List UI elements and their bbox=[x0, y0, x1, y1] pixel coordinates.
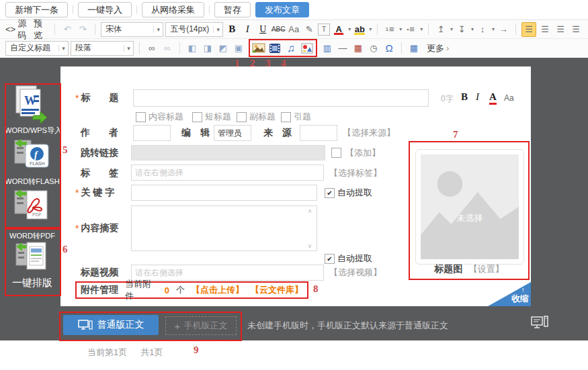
highlight-color-icon[interactable]: ab bbox=[353, 23, 366, 36]
new-next-button[interactable]: 新增下一条 bbox=[5, 2, 68, 17]
cloud-library-link[interactable]: 【云文件库】 bbox=[251, 284, 303, 296]
caret-down-icon[interactable]: ▾ bbox=[369, 26, 372, 32]
align-justify-icon[interactable]: ☰ bbox=[569, 23, 583, 36]
title-italic-icon[interactable]: I bbox=[476, 91, 479, 103]
paste-as-text-icon[interactable]: T bbox=[318, 24, 330, 36]
collapse-label[interactable]: 收缩 bbox=[511, 293, 529, 305]
indent-icon[interactable]: → bbox=[497, 23, 510, 36]
one-click-import-button[interactable]: 一键导入 bbox=[78, 2, 132, 17]
preview-button[interactable]: 预览 bbox=[34, 17, 49, 42]
abstract-textarea[interactable] bbox=[131, 205, 317, 251]
caret-down-icon[interactable]: ▾ bbox=[420, 26, 423, 32]
word-to-flash-icon[interactable]: f FLASH bbox=[13, 138, 50, 177]
title-video-input[interactable] bbox=[131, 265, 324, 281]
insert-music-icon[interactable]: ♫ bbox=[284, 42, 298, 55]
lead-title-option[interactable]: 引题 bbox=[281, 111, 311, 123]
font-size-select[interactable]: 五号(14px) ▾ bbox=[165, 22, 223, 37]
jump-link-checkbox[interactable] bbox=[331, 148, 341, 158]
one-click-typeset-icon[interactable] bbox=[15, 241, 48, 277]
select-video-link[interactable]: 【选择视频】 bbox=[329, 267, 382, 279]
word-import-icon[interactable]: W bbox=[15, 85, 48, 127]
subtitle-option[interactable]: 副标题 bbox=[237, 111, 276, 123]
word-to-pdf-label[interactable]: WORD转PDF bbox=[5, 231, 60, 241]
ordered-list-icon[interactable]: 1 ≡ bbox=[383, 23, 396, 36]
word-to-flash-label[interactable]: WORD转FLASH bbox=[5, 177, 60, 187]
tab-pc-content[interactable]: 普通版正文 bbox=[63, 315, 159, 335]
insert-link-icon[interactable]: ∞ bbox=[145, 42, 159, 55]
caret-down-icon[interactable]: ▾ bbox=[399, 26, 402, 32]
short-title-option[interactable]: 短标题 bbox=[192, 111, 231, 123]
undo-icon[interactable]: ↶ bbox=[60, 23, 74, 36]
insert-media-icon[interactable] bbox=[300, 42, 314, 55]
insert-video-icon[interactable] bbox=[268, 42, 282, 55]
scroll-down-icon[interactable]: ∨ bbox=[308, 242, 312, 249]
remove-link-icon[interactable]: ∞ bbox=[161, 42, 174, 55]
short-title-checkbox[interactable] bbox=[192, 112, 202, 122]
title-input[interactable] bbox=[133, 89, 429, 107]
image-align-right-icon[interactable]: ◨ bbox=[201, 42, 214, 55]
align-right-icon[interactable]: ☰ bbox=[554, 23, 567, 36]
image-inline-icon[interactable]: ◩ bbox=[216, 42, 230, 55]
select-source-link[interactable]: 【选择来源】 bbox=[343, 127, 395, 139]
custom-style-select[interactable]: 自定义标题 ▾ bbox=[5, 41, 69, 56]
font-family-select[interactable]: 宋体 ▾ bbox=[101, 22, 163, 37]
align-left-icon[interactable]: ☰ bbox=[521, 22, 536, 37]
keyword-auto-checkbox[interactable]: ✔ bbox=[325, 188, 335, 198]
abstract-scrollbar[interactable]: ∧ ∨ bbox=[305, 207, 314, 249]
redo-icon[interactable]: ↷ bbox=[76, 23, 89, 36]
more-button[interactable]: 更多 › bbox=[427, 42, 449, 54]
omega-symbol-icon[interactable]: Ω bbox=[382, 42, 396, 55]
title-image-placeholder[interactable]: 未选择 bbox=[421, 154, 519, 259]
paragraph-select[interactable]: 段落 ▾ bbox=[71, 41, 134, 56]
tab-mobile-content[interactable]: + 手机版正文 bbox=[165, 316, 237, 335]
word-to-pdf-icon[interactable]: PDF bbox=[13, 188, 50, 228]
clear-format-icon[interactable]: Aa bbox=[287, 23, 300, 36]
abstract-auto-checkbox[interactable]: ✔ bbox=[325, 254, 335, 264]
bold-icon[interactable]: B bbox=[225, 23, 239, 36]
paragraph-spacing-top-icon[interactable]: ↥ bbox=[434, 23, 448, 36]
columns-icon[interactable]: ▥ bbox=[321, 42, 334, 55]
clock-icon[interactable]: ◷ bbox=[367, 42, 380, 55]
title-bold-icon[interactable]: B bbox=[461, 91, 468, 103]
title-color-icon[interactable]: A bbox=[489, 91, 497, 105]
calendar-icon[interactable]: ▦ bbox=[351, 42, 365, 55]
editor-input[interactable] bbox=[214, 125, 251, 141]
author-input[interactable] bbox=[133, 125, 171, 141]
jump-link-input[interactable] bbox=[131, 145, 325, 160]
word-import-label[interactable]: WORD/WPS导入 bbox=[5, 126, 60, 136]
keyword-input[interactable] bbox=[131, 185, 317, 201]
unordered-list-icon[interactable]: • ≡ bbox=[404, 23, 417, 36]
image-align-left-icon[interactable]: ◧ bbox=[185, 42, 199, 55]
format-painter-icon[interactable]: ✎ bbox=[302, 23, 316, 36]
title-image-settings-link[interactable]: 【设置】 bbox=[469, 264, 504, 274]
save-draft-button[interactable]: 暂存 bbox=[214, 2, 251, 17]
content-title-option[interactable]: 内容标题 bbox=[136, 111, 183, 123]
caret-down-icon[interactable]: ▾ bbox=[450, 26, 453, 32]
desktop-computer-icon[interactable] bbox=[531, 316, 550, 332]
font-color-icon[interactable]: A bbox=[332, 23, 345, 36]
subtitle-checkbox[interactable] bbox=[237, 112, 247, 122]
horizontal-rule-icon[interactable]: — bbox=[336, 42, 349, 55]
select-tag-link[interactable]: 【选择标签】 bbox=[329, 167, 382, 179]
caret-down-icon[interactable]: ▾ bbox=[492, 26, 495, 32]
insert-image-icon[interactable] bbox=[252, 42, 265, 55]
title-image-card[interactable]: 未选择 bbox=[415, 149, 524, 265]
lead-title-checkbox[interactable] bbox=[281, 112, 291, 122]
line-height-icon[interactable]: ↕ bbox=[476, 23, 489, 36]
image-block-icon[interactable]: ▣ bbox=[232, 42, 245, 55]
add-jump-link[interactable]: 【添加】 bbox=[345, 147, 380, 159]
caret-down-icon[interactable]: ▾ bbox=[471, 26, 474, 32]
table-icon[interactable]: ▦ bbox=[407, 42, 421, 55]
one-click-typeset-label[interactable]: 一键排版 bbox=[5, 277, 60, 289]
abstract-auto-extract[interactable]: ✔ 自动提取 bbox=[325, 252, 372, 265]
scroll-up-icon[interactable]: ∧ bbox=[308, 207, 312, 214]
align-center-icon[interactable]: ☰ bbox=[538, 23, 552, 36]
underline-icon[interactable]: U bbox=[256, 23, 269, 36]
upload-attachment-link[interactable]: 【点击上传】 bbox=[192, 284, 244, 296]
strikethrough-icon[interactable]: ABC bbox=[271, 23, 285, 36]
paragraph-spacing-bottom-icon[interactable]: ↧ bbox=[455, 23, 468, 36]
caret-down-icon[interactable]: ▾ bbox=[348, 26, 351, 32]
title-clear-format-icon[interactable]: Aa bbox=[504, 93, 514, 103]
source-code-button[interactable]: <> 源码 bbox=[5, 17, 32, 42]
publish-button[interactable]: 发布文章 bbox=[255, 2, 309, 17]
